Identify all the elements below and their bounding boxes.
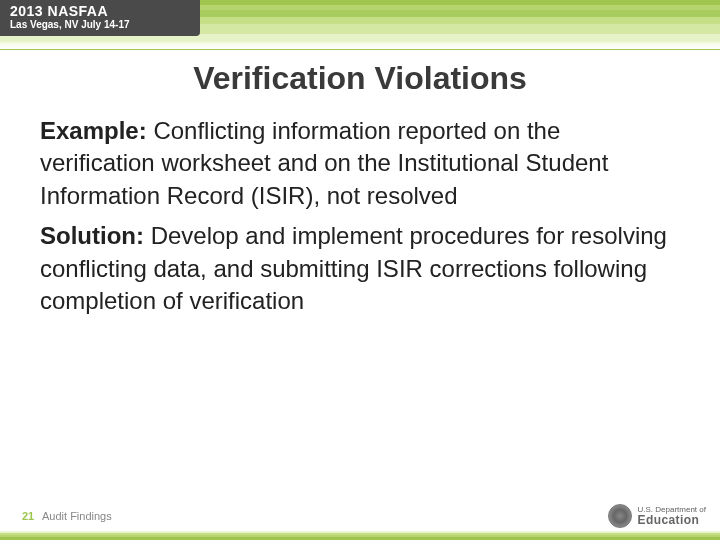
dept-name: Education: [638, 514, 706, 526]
dept-education-logo: U.S. Department of Education: [608, 504, 706, 528]
event-title: 2013 NASFAA: [10, 3, 190, 19]
event-badge: 2013 NASFAA Las Vegas, NV July 14-17: [0, 0, 200, 36]
slide-body: Example: Conflicting information reporte…: [0, 97, 720, 317]
example-label: Example:: [40, 117, 147, 144]
solution-label: Solution:: [40, 222, 144, 249]
footer-stripe: [0, 530, 720, 540]
header-banner: 2013 NASFAA Las Vegas, NV July 14-17: [0, 0, 720, 50]
page-title: Verification Violations: [0, 60, 720, 97]
event-subtitle: Las Vegas, NV July 14-17: [10, 19, 190, 30]
solution-paragraph: Solution: Develop and implement procedur…: [40, 220, 680, 317]
footer-section: Audit Findings: [42, 510, 112, 522]
dept-text: U.S. Department of Education: [638, 506, 706, 526]
seal-icon: [608, 504, 632, 528]
page-number: 21: [22, 510, 34, 522]
footer: 21 Audit Findings U.S. Department of Edu…: [0, 490, 720, 540]
title-area: Verification Violations: [0, 50, 720, 97]
example-paragraph: Example: Conflicting information reporte…: [40, 115, 680, 212]
